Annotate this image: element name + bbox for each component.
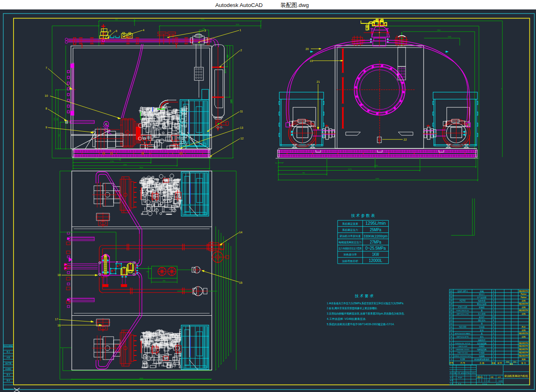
svg-text:K23B: K23B <box>461 358 465 360</box>
svg-text:年月日: 年月日 <box>472 372 476 374</box>
svg-text:数量: 数量 <box>492 362 495 364</box>
svg-text:980: 980 <box>56 118 58 121</box>
svg-text:13: 13 <box>450 319 453 321</box>
svg-text:4: 4 <box>493 322 494 325</box>
svg-text:名 称: 名 称 <box>479 362 484 364</box>
svg-text:10: 10 <box>450 329 453 331</box>
svg-text:2175: 2175 <box>348 168 352 170</box>
svg-text:0~25.5MPa: 0~25.5MPa <box>365 246 386 251</box>
svg-text:6: 6 <box>451 342 452 344</box>
svg-text:10: 10 <box>493 316 495 318</box>
svg-text:2: 2 <box>240 49 242 52</box>
svg-text:3: 3 <box>493 299 494 302</box>
svg-text:泵: 泵 <box>481 333 483 335</box>
svg-text:4: 4 <box>451 348 452 351</box>
svg-text:3930: 3930 <box>201 18 205 21</box>
svg-text:3: 3 <box>451 351 452 354</box>
svg-text:油箱有效容积: 油箱有效容积 <box>342 260 358 263</box>
svg-text:35: 35 <box>275 162 277 164</box>
svg-text:审 核: 审 核 <box>450 379 454 381</box>
svg-text:传感器: 传感器 <box>479 352 485 354</box>
svg-text:20: 20 <box>450 296 453 299</box>
svg-text:电磁溢流阀设定压力: 电磁溢流阀设定压力 <box>339 241 362 244</box>
svg-text:B 4: B 4 <box>7 374 10 376</box>
svg-text:2860: 2860 <box>437 29 441 31</box>
svg-text:19: 19 <box>310 59 313 62</box>
svg-text:油箱组件: 油箱组件 <box>478 339 486 341</box>
svg-text:更改文件号: 更改文件号 <box>461 372 468 374</box>
svg-text:标准化: 标准化 <box>458 376 463 378</box>
svg-text:技 术 参 数 表: 技 术 参 数 表 <box>351 213 375 218</box>
svg-text:L5A2X0-40/F: L5A2X0-40/F <box>458 345 468 347</box>
svg-text:12: 12 <box>450 322 453 325</box>
svg-text:954: 954 <box>95 157 98 160</box>
svg-text:15: 15 <box>450 312 453 315</box>
svg-text:1730: 1730 <box>110 160 114 162</box>
svg-text:NL5-300: NL5-300 <box>459 326 466 328</box>
svg-text:1: 1 <box>493 303 494 305</box>
svg-text:13: 13 <box>240 126 243 129</box>
svg-text:3: 3 <box>204 29 206 32</box>
svg-text:单件: 单件 <box>506 361 509 363</box>
svg-text:330KW,2200rpm: 330KW,2200rpm <box>364 235 388 238</box>
svg-text:接头: 接头 <box>480 336 484 338</box>
svg-text:冷却器: 冷却器 <box>479 326 485 328</box>
svg-text:REXROTH: REXROTH <box>519 345 528 347</box>
svg-text:27MPa: 27MPa <box>370 240 381 244</box>
svg-text:1180: 1180 <box>448 36 452 38</box>
svg-text:REXROTH: REXROTH <box>519 310 528 312</box>
svg-text:签名: 签名 <box>468 372 471 374</box>
svg-text:15: 15 <box>239 281 242 284</box>
svg-text:19: 19 <box>450 299 453 302</box>
svg-text:450: 450 <box>115 18 118 21</box>
svg-text:8: 8 <box>493 319 494 321</box>
svg-text:12000L: 12000L <box>369 258 382 263</box>
svg-text:批 准: 批 准 <box>458 383 461 385</box>
svg-text:系统额定流量: 系统额定流量 <box>342 222 358 226</box>
svg-text:装配图.dwg: 装配图.dwg <box>281 2 309 8</box>
svg-text:16: 16 <box>450 309 453 312</box>
svg-text:2: 2 <box>493 293 494 295</box>
svg-text:DBW30B2-5X/315: DBW30B2-5X/315 <box>456 349 470 351</box>
svg-text:技 术 要 求: 技 术 要 求 <box>355 294 374 298</box>
svg-text:REXROTH: REXROTH <box>519 349 528 351</box>
svg-text:4WE6D-3X/SG24-NZ5L: 4WE6D-3X/SG24-NZ5L <box>454 355 472 357</box>
svg-text:17: 17 <box>450 306 453 308</box>
svg-text:6: 6 <box>116 30 117 32</box>
svg-text:EBPT0/12-C2*B: EBPT0/12-C2*B <box>457 313 469 315</box>
svg-text:1430: 1430 <box>374 164 379 166</box>
svg-text:1KW: 1KW <box>372 252 379 257</box>
svg-text:C: C <box>105 123 107 125</box>
svg-text:760: 760 <box>58 134 60 137</box>
svg-text:REXROTH: REXROTH <box>519 303 528 305</box>
svg-text:1295L/min: 1295L/min <box>365 221 386 226</box>
svg-text:KTR-1-125: KTR-1-125 <box>458 306 468 308</box>
svg-text:18: 18 <box>57 273 61 276</box>
svg-text:EBPT0/12-B7*B: EBPT0/12-B7*B <box>457 336 469 338</box>
svg-text:25MPa: 25MPa <box>370 228 381 232</box>
svg-text:1179: 1179 <box>224 69 226 73</box>
svg-text:Parker: Parker <box>521 296 527 299</box>
svg-text:1145: 1145 <box>236 23 239 25</box>
svg-text:1: 1 <box>451 358 452 360</box>
svg-text:17: 17 <box>55 318 58 321</box>
svg-text:8: 8 <box>46 107 47 110</box>
svg-text:12: 12 <box>240 137 244 140</box>
svg-text:4: 4 <box>143 29 144 32</box>
svg-text:2220: 2220 <box>123 164 128 166</box>
svg-text:PGH5-DN125-55: PGH5-DN125-55 <box>456 310 469 312</box>
svg-text:标记: 标记 <box>449 372 453 374</box>
svg-text:比例: 比例 <box>498 376 501 378</box>
svg-text:Q11F-16P-1: Q11F-16P-1 <box>458 290 468 292</box>
svg-text:2: 2 <box>493 329 494 331</box>
svg-text:材 料: 材 料 <box>497 362 502 365</box>
svg-text:9: 9 <box>451 332 452 335</box>
svg-text:3A77B: 3A77B <box>5 362 12 365</box>
svg-text:2800: 2800 <box>139 166 144 169</box>
svg-text:2: 2 <box>493 345 494 347</box>
svg-text:2: 2 <box>493 351 494 354</box>
svg-text:吸油过滤器: 吸油过滤器 <box>477 303 486 305</box>
svg-text:21: 21 <box>450 293 453 295</box>
svg-text:14: 14 <box>450 316 453 318</box>
svg-text:1: 1 <box>493 312 494 315</box>
